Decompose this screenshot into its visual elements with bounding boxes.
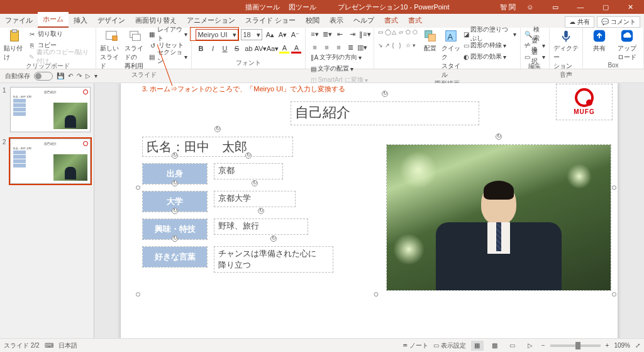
select-button[interactable]: ▭選択 ▾ bbox=[525, 52, 545, 62]
slide-thumbnail-2[interactable]: 自己紹介 氏名：田中 太郎 bbox=[10, 139, 91, 184]
contextual-tab-picture: 図ツール bbox=[289, 3, 316, 12]
tab-format-drawing[interactable]: 書式 bbox=[379, 13, 403, 28]
reading-view-icon[interactable]: ▭ bbox=[506, 341, 519, 351]
fit-window-icon[interactable]: ⤢ bbox=[635, 342, 640, 349]
cut-button[interactable]: ✂切り取り bbox=[28, 29, 92, 39]
align-left-button[interactable]: ≡ bbox=[309, 42, 319, 52]
group-slides: 新しい スライド スライドの 再利用 ▦レイアウト ▾ ↺リセット ▤セクション… bbox=[96, 28, 192, 69]
clear-format-button[interactable]: A⁻ bbox=[290, 30, 300, 40]
shapes-gallery[interactable]: ▭◯△▱⬠⬡ ↘↗{}☆▾ bbox=[378, 29, 419, 54]
slideshow-view-icon[interactable]: ▷ bbox=[524, 341, 536, 351]
underline-button[interactable]: U bbox=[219, 43, 230, 54]
align-center-button[interactable]: ≡ bbox=[321, 42, 331, 52]
zoom-in-icon[interactable]: + bbox=[606, 342, 609, 349]
slide-thumbnails-panel[interactable]: 1 自己紹介 氏名：田中 太郎 2 自己紹介 氏名：田中 太郎 bbox=[0, 83, 94, 338]
slide-canvas-area[interactable]: MUFG 自己紹介 氏名：田中 太郎 出身 bbox=[94, 83, 644, 338]
shape-effects-button[interactable]: ◐図形の効果 ▾ bbox=[464, 52, 516, 62]
normal-view-icon[interactable]: ▦ bbox=[471, 341, 484, 351]
increase-font-button[interactable]: A▴ bbox=[265, 30, 275, 40]
share-button[interactable]: ☁ 共有 bbox=[565, 16, 594, 28]
slide[interactable]: MUFG 自己紹介 氏名：田中 太郎 出身 bbox=[121, 83, 618, 338]
format-painter-button[interactable]: ✎書式のコピー/貼り付け bbox=[28, 52, 92, 62]
highlight-button[interactable]: A bbox=[279, 43, 289, 54]
qat-more-icon[interactable]: ▾ bbox=[94, 72, 97, 79]
language-status[interactable]: 日本語 bbox=[58, 341, 77, 350]
dictate-button[interactable]: ディクテー ション bbox=[553, 29, 579, 71]
quick-styles-button[interactable]: A クイック スタイル bbox=[441, 29, 461, 79]
fill-icon: ◪ bbox=[464, 31, 469, 38]
group-paragraph: ≡▾ ≣▾ ⇤ ⇥ ‖≡▾ ≡ ≡ ≡ ≣ ▥▾ ‖A文字列の方向 ▾ ▤文字の… bbox=[306, 28, 374, 69]
user-name[interactable]: 智 関 bbox=[500, 3, 516, 12]
case-button[interactable]: Aa▾ bbox=[267, 43, 277, 54]
notes-button[interactable]: ≐ ノート bbox=[402, 341, 428, 350]
group-selection[interactable] bbox=[138, 83, 614, 294]
box-upload-button[interactable]: アップ ロード bbox=[614, 29, 640, 62]
search-icon: 🔍 bbox=[525, 31, 532, 38]
tab-design[interactable]: デザイン bbox=[92, 13, 130, 28]
shape-outline-button[interactable]: ▭図形の枠線 ▾ bbox=[464, 40, 516, 50]
zoom-slider[interactable] bbox=[550, 344, 601, 347]
align-right-button[interactable]: ≡ bbox=[333, 42, 343, 52]
line-spacing-button[interactable]: ‖≡▾ bbox=[360, 29, 370, 39]
box-share-button[interactable]: 共有 bbox=[587, 29, 612, 53]
indent-dec-button[interactable]: ⇤ bbox=[335, 29, 345, 39]
svg-rect-10 bbox=[564, 31, 568, 38]
numbering-button[interactable]: ≣▾ bbox=[322, 29, 332, 39]
tab-format-picture[interactable]: 書式 bbox=[403, 13, 427, 28]
redo-icon[interactable]: ↷ bbox=[77, 72, 82, 79]
layout-button[interactable]: ▦レイアウト ▾ bbox=[148, 29, 187, 39]
reuse-slides-button[interactable]: スライドの 再利用 bbox=[125, 29, 146, 71]
comment-button[interactable]: 💬 コメント bbox=[597, 16, 640, 28]
slideshow-icon[interactable]: ▷ bbox=[86, 72, 91, 79]
zoom-out-icon[interactable]: − bbox=[541, 342, 545, 349]
zoom-level[interactable]: 109% bbox=[614, 342, 630, 349]
tab-view[interactable]: 表示 bbox=[325, 13, 348, 28]
tab-help[interactable]: ヘルプ bbox=[348, 13, 379, 28]
font-name-combo[interactable]: Meiryo UI▾ bbox=[196, 29, 238, 40]
display-settings-button[interactable]: ▭ 表示設定 bbox=[433, 341, 466, 350]
font-size-combo[interactable]: 18▾ bbox=[241, 29, 262, 40]
paste-button[interactable]: 貼り付け bbox=[4, 29, 25, 62]
save-icon[interactable]: 💾 bbox=[57, 72, 64, 79]
tab-review[interactable]: 校閲 bbox=[301, 13, 325, 28]
section-button[interactable]: ▤セクション ▾ bbox=[148, 52, 187, 62]
italic-button[interactable]: I bbox=[208, 43, 218, 54]
close-icon[interactable]: ✕ bbox=[620, 0, 641, 14]
status-bar: スライド 2/2 ⌨ 日本語 ≐ ノート ▭ 表示設定 ▦ ▩ ▭ ▷ − + … bbox=[0, 338, 644, 352]
minimize-icon[interactable]: — bbox=[570, 0, 591, 14]
group-label: クリップボード bbox=[4, 62, 92, 72]
shape-fill-button[interactable]: ◪図形の塗りつぶし ▾ bbox=[464, 29, 516, 39]
undo-icon[interactable]: ↶ bbox=[68, 72, 73, 79]
sorter-view-icon[interactable]: ▩ bbox=[489, 341, 501, 351]
spacing-button[interactable]: AV▾ bbox=[255, 43, 265, 54]
align-text-button[interactable]: ▤文字の配置 ▾ bbox=[311, 64, 370, 74]
group-clipboard: 貼り付け ✂切り取り ⎘コピー ✎書式のコピー/貼り付け クリップボード bbox=[0, 28, 96, 69]
tab-file[interactable]: ファイル bbox=[0, 13, 38, 28]
strike-button[interactable]: S bbox=[231, 43, 242, 54]
new-slide-button[interactable]: 新しい スライド bbox=[100, 29, 121, 71]
tab-insert[interactable]: 挿入 bbox=[69, 13, 92, 28]
text-direction-button[interactable]: ‖A文字列の方向 ▾ bbox=[311, 52, 370, 62]
ribbon-display-icon[interactable]: ▭ bbox=[545, 0, 566, 14]
maximize-icon[interactable]: ▢ bbox=[595, 0, 616, 14]
font-color-button[interactable]: A bbox=[291, 43, 301, 54]
tab-home[interactable]: ホーム bbox=[38, 12, 69, 28]
slide-thumbnail-1[interactable]: 自己紹介 氏名：田中 太郎 bbox=[10, 87, 91, 132]
shadow-button[interactable]: ab bbox=[243, 43, 253, 54]
justify-button[interactable]: ≣ bbox=[345, 42, 355, 52]
bold-button[interactable]: B bbox=[196, 43, 206, 54]
user-avatar-icon[interactable]: ☺ bbox=[519, 0, 541, 14]
replace-icon: ᵃ⁄ᵇ bbox=[525, 42, 531, 49]
indent-inc-button[interactable]: ⇥ bbox=[347, 29, 357, 39]
autosave-toggle[interactable] bbox=[34, 72, 53, 81]
arrange-button[interactable]: 配置 bbox=[422, 29, 439, 53]
tab-animations[interactable]: アニメーション bbox=[182, 13, 240, 28]
group-voice: ディクテー ション 音声 bbox=[550, 28, 583, 69]
columns-button[interactable]: ▥▾ bbox=[357, 42, 367, 52]
decrease-font-button[interactable]: A▾ bbox=[277, 30, 287, 40]
quick-styles-icon: A bbox=[444, 29, 458, 43]
tab-slideshow[interactable]: スライド ショー bbox=[240, 13, 301, 28]
bullets-button[interactable]: ≡▾ bbox=[309, 29, 319, 39]
lang-icon[interactable]: ⌨ bbox=[45, 342, 53, 349]
slide-counter[interactable]: スライド 2/2 bbox=[4, 341, 40, 350]
